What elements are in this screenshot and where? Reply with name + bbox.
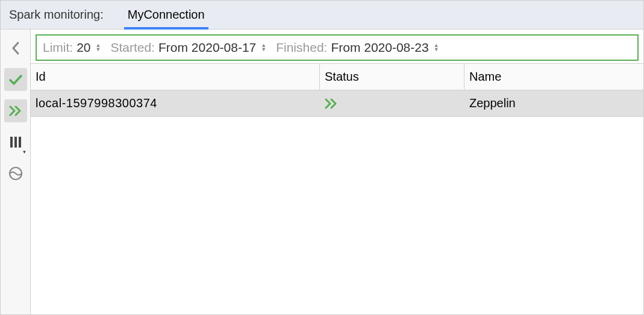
check-button[interactable] [4,68,27,91]
tab-label: MyConnection [128,8,205,22]
chevron-left-icon [11,42,20,55]
dropdown-arrow-icon: ▼ [22,149,27,155]
running-button[interactable] [4,99,27,122]
row-status [320,90,464,116]
svg-rect-1 [14,137,17,148]
globe-icon [8,166,23,181]
content-area: Limit: 20 ▲▼ Started: From 2020-08-17 ▲▼… [31,30,643,314]
filter-bar[interactable]: Limit: 20 ▲▼ Started: From 2020-08-17 ▲▼… [36,34,639,61]
check-icon [8,73,23,86]
columns-button[interactable]: ▼ [4,131,27,154]
limit-value: 20 [77,40,90,55]
double-arrow-right-icon [9,105,22,116]
globe-button[interactable] [4,162,27,185]
header-bar: Spark monitoring: MyConnection [1,1,643,30]
main-area: ▼ Limit: 20 ▲▼ Started: From 2020-08-17 … [1,30,643,314]
table-header: Id Status Name [31,63,643,90]
started-label: Started: [110,40,155,55]
tab-connection[interactable]: MyConnection [122,1,211,29]
row-name: Zeppelin [464,90,643,116]
finished-stepper[interactable]: ▲▼ [434,43,439,52]
row-id: local-1597998300374 [31,90,320,116]
back-button[interactable] [4,37,27,60]
limit-stepper[interactable]: ▲▼ [96,43,101,52]
header-status[interactable]: Status [320,64,464,90]
table-row[interactable]: local-1597998300374 Zeppelin [31,90,643,117]
left-toolbar: ▼ [1,30,31,314]
panel-title: Spark monitoring: [9,8,104,22]
running-icon [325,98,338,109]
columns-icon [9,136,22,149]
header-id[interactable]: Id [31,64,320,90]
svg-rect-0 [10,137,13,148]
limit-label: Limit: [43,40,73,55]
svg-rect-2 [19,137,21,148]
header-name[interactable]: Name [464,64,643,90]
finished-label: Finished: [276,40,327,55]
started-stepper[interactable]: ▲▼ [261,43,266,52]
finished-value: From 2020-08-23 [331,40,428,55]
started-value: From 2020-08-17 [158,40,256,55]
